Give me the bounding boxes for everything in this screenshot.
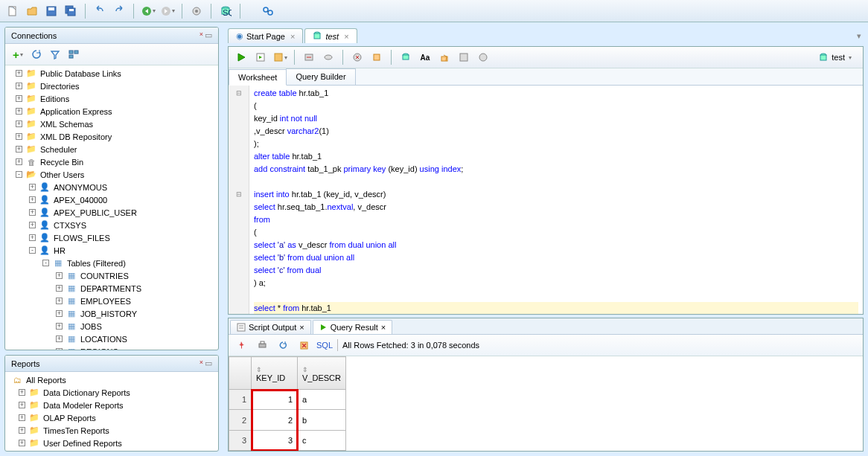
sql-link[interactable]: SQL: [316, 341, 333, 350]
close-icon[interactable]: ×: [290, 32, 295, 41]
config-icon[interactable]: [188, 3, 205, 19]
redo-icon[interactable]: [111, 3, 127, 19]
minimize-icon[interactable]: ×: [200, 30, 203, 40]
rollback-icon[interactable]: [349, 49, 366, 65]
new-connection-icon[interactable]: +▾: [10, 46, 26, 62]
sql-history-icon[interactable]: [398, 49, 414, 65]
tree-item[interactable]: +📁TimesTen Reports: [7, 424, 217, 437]
expand-icon[interactable]: -: [42, 260, 49, 266]
expand-icon[interactable]: +: [56, 335, 63, 342]
minimize-icon[interactable]: ×: [200, 359, 203, 368]
commit-icon[interactable]: [320, 49, 336, 65]
expand-icon[interactable]: +: [29, 222, 36, 228]
find-icon[interactable]: [260, 3, 276, 19]
tab-query-result[interactable]: Query Result ×: [313, 320, 393, 334]
expand-icon[interactable]: +: [16, 95, 22, 102]
expand-icon[interactable]: +: [16, 108, 22, 115]
expand-icon[interactable]: +: [16, 83, 22, 89]
column-header[interactable]: ⇕ V_DESCR: [298, 357, 346, 390]
layout-conn-icon[interactable]: [66, 46, 82, 62]
tree-item[interactable]: +📁Directories: [7, 80, 217, 92]
tab-start-page[interactable]: ◉ Start Page ×: [228, 28, 303, 43]
tree-item[interactable]: +👤APEX_PUBLIC_USER: [7, 206, 217, 219]
tree-item[interactable]: +📁XML DB Repository: [7, 130, 217, 143]
run-script-icon[interactable]: [252, 49, 269, 65]
new-file-icon[interactable]: [4, 3, 21, 19]
tree-item[interactable]: +🗑Recycle Bin: [7, 155, 217, 168]
tree-item[interactable]: +👤APEX_040000: [7, 193, 217, 206]
nav-back-icon[interactable]: ▾: [140, 3, 156, 19]
save-all-icon[interactable]: [63, 3, 79, 19]
explain-plan-icon[interactable]: ▾: [272, 49, 288, 65]
expand-icon[interactable]: +: [19, 402, 25, 408]
nav-fwd-icon[interactable]: ▾: [159, 3, 176, 19]
tree-item[interactable]: +📁Application Express: [7, 105, 217, 118]
expand-icon[interactable]: -: [29, 247, 36, 254]
subtab-query-builder[interactable]: Query Builder: [286, 68, 355, 85]
tree-item[interactable]: +📁Public Database Links: [7, 67, 217, 80]
close-icon[interactable]: ×: [299, 323, 304, 332]
cancel-icon[interactable]: [296, 337, 312, 353]
tree-item[interactable]: 🗂All Reports: [7, 373, 217, 386]
tree-item[interactable]: +📁User Defined Reports: [7, 437, 217, 449]
expand-icon[interactable]: +: [29, 209, 36, 216]
expand-icon[interactable]: +: [19, 427, 25, 434]
expand-icon[interactable]: +: [56, 272, 63, 279]
expand-icon[interactable]: +: [56, 285, 63, 292]
expand-icon[interactable]: +: [29, 196, 36, 203]
expand-icon[interactable]: -: [16, 171, 22, 178]
tree-item[interactable]: +▦COUNTRIES: [7, 269, 217, 282]
expand-icon[interactable]: +: [19, 440, 25, 446]
tabs-overflow-icon[interactable]: ▾: [855, 29, 864, 43]
refresh-conn-icon[interactable]: [28, 46, 45, 62]
tree-item[interactable]: +📁XML Schemas: [7, 118, 217, 130]
tree-item[interactable]: +▦EMPLOYEES: [7, 295, 217, 307]
expand-icon[interactable]: +: [56, 310, 63, 317]
code-editor[interactable]: ⊟⊟ create table hr.tab_1(key_id int not …: [229, 86, 863, 314]
tool-b-icon[interactable]: [475, 49, 491, 65]
tab-script-output[interactable]: Script Output ×: [230, 320, 311, 334]
connections-tree[interactable]: +📁Public Database Links+📁Directories+📁Ed…: [5, 65, 218, 350]
expand-icon[interactable]: +: [16, 146, 22, 152]
tree-item[interactable]: +▦JOBS: [7, 320, 217, 333]
expand-icon[interactable]: +: [56, 298, 63, 304]
tree-item[interactable]: +📁Scheduler: [7, 143, 217, 155]
run-icon[interactable]: [233, 49, 249, 65]
pin-icon[interactable]: [233, 337, 249, 353]
tree-item[interactable]: -👤HR: [7, 244, 217, 257]
connection-selector[interactable]: test ▾: [812, 49, 858, 65]
filter-conn-icon[interactable]: [47, 46, 63, 62]
results-grid[interactable]: ⇕ KEY_ID⇕ V_DESCR11a22b33c: [229, 356, 346, 451]
tree-item[interactable]: +📁Data Modeler Reports: [7, 399, 217, 411]
sql-icon[interactable]: SQL: [217, 3, 234, 19]
tree-item[interactable]: -▦Tables (Filtered): [7, 257, 217, 269]
collapse-icon[interactable]: ▭: [205, 359, 212, 368]
clear-icon[interactable]: [436, 49, 453, 65]
column-header[interactable]: ⇕ KEY_ID: [252, 357, 298, 390]
expand-icon[interactable]: +: [16, 133, 22, 140]
expand-icon[interactable]: +: [29, 184, 36, 190]
expand-icon[interactable]: +: [19, 389, 25, 396]
print-icon[interactable]: [254, 337, 270, 353]
close-icon[interactable]: ×: [381, 323, 386, 332]
expand-icon[interactable]: +: [19, 414, 25, 421]
collapse-icon[interactable]: ▭: [205, 30, 212, 40]
tool-a-icon[interactable]: [456, 49, 472, 65]
tree-item[interactable]: +📁Data Dictionary Reports: [7, 386, 217, 399]
reports-tree[interactable]: 🗂All Reports+📁Data Dictionary Reports+📁D…: [5, 372, 218, 451]
subtab-worksheet[interactable]: Worksheet: [229, 69, 287, 86]
tree-item[interactable]: +👤ANONYMOUS: [7, 181, 217, 193]
expand-icon[interactable]: +: [16, 158, 22, 165]
save-icon[interactable]: [43, 3, 60, 19]
tree-item[interactable]: +▦DEPARTMENTS: [7, 282, 217, 295]
tree-item[interactable]: +▦REGIONS: [7, 345, 217, 350]
table-row[interactable]: 22b: [229, 410, 346, 430]
tree-item[interactable]: +👤FLOWS_FILES: [7, 231, 217, 244]
table-row[interactable]: 11a: [229, 390, 346, 410]
undo-icon[interactable]: [92, 3, 108, 19]
expand-icon[interactable]: +: [16, 121, 22, 127]
open-file-icon[interactable]: [24, 3, 40, 19]
tree-item[interactable]: +▦LOCATIONS: [7, 333, 217, 345]
tree-item[interactable]: +👤CTXSYS: [7, 219, 217, 231]
expand-icon[interactable]: +: [56, 323, 63, 330]
